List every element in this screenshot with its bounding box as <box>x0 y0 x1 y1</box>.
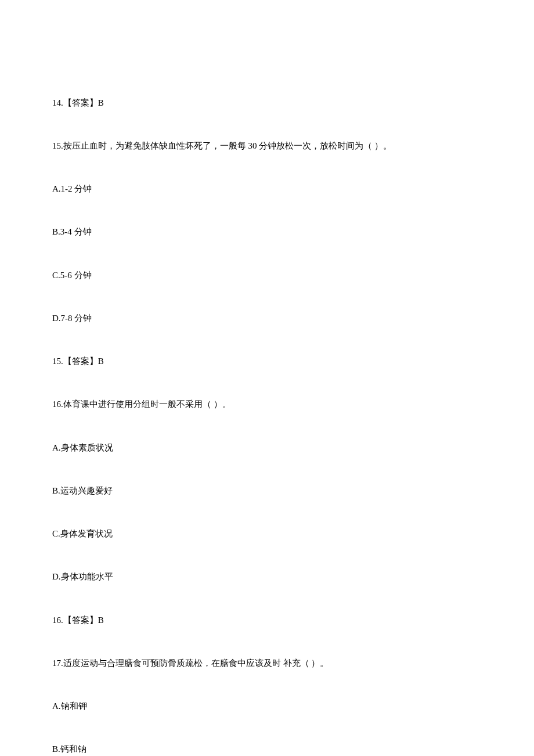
option-line: C.身体发育状况 <box>52 527 482 541</box>
question-line: 17.适度运动与合理膳食可预防骨质疏松，在膳食中应该及时 补充（ ）。 <box>52 656 482 671</box>
answer-line: 14.【答案】B <box>52 96 482 110</box>
answer-line: 16.【答案】B <box>52 613 482 628</box>
option-line: A.身体素质状况 <box>52 441 482 455</box>
option-line: B.钙和钠 <box>52 742 482 756</box>
option-line: D.7-8 分钟 <box>52 311 482 326</box>
option-line: B.运动兴趣爱好 <box>52 484 482 498</box>
option-line: A.1-2 分钟 <box>52 182 482 196</box>
option-line: A.钠和钾 <box>52 699 482 714</box>
document-content: 14.【答案】B 15.按压止血时，为避免肢体缺血性坏死了，一般每 30 分钟放… <box>52 67 482 756</box>
answer-line: 15.【答案】B <box>52 354 482 369</box>
question-line: 15.按压止血时，为避免肢体缺血性坏死了，一般每 30 分钟放松一次，放松时间为… <box>52 139 482 153</box>
question-line: 16.体育课中进行使用分组时一般不采用（ ）。 <box>52 397 482 412</box>
option-line: B.3-4 分钟 <box>52 225 482 239</box>
option-line: C.5-6 分钟 <box>52 268 482 283</box>
option-line: D.身体功能水平 <box>52 570 482 584</box>
